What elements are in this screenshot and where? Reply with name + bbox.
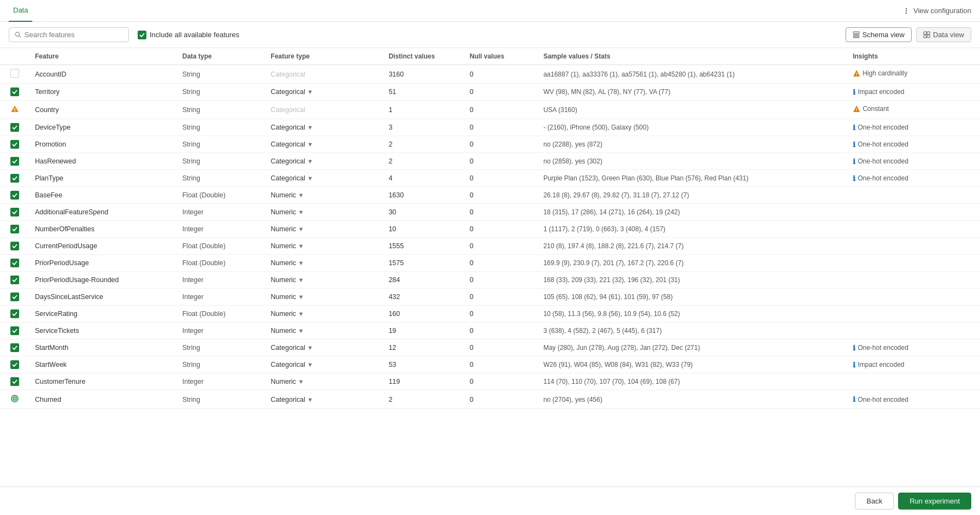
search-input[interactable]: [25, 31, 123, 39]
row-checkbox-checked[interactable]: [10, 174, 19, 183]
insight-text: One-hot encoded: [858, 396, 908, 403]
td-featuretype[interactable]: Categorical: [265, 65, 383, 84]
td-insights: ℹ Impact encoded: [847, 84, 980, 101]
row-checkbox-empty[interactable]: [10, 69, 19, 78]
chevron-down-icon: ▼: [298, 226, 304, 232]
row-checkbox-checked[interactable]: [10, 242, 19, 250]
td-datatype: Integer: [177, 221, 265, 238]
td-featuretype[interactable]: Categorical ▼: [265, 84, 383, 101]
td-featuretype[interactable]: Categorical ▼: [265, 136, 383, 153]
chevron-down-icon: ▼: [298, 311, 304, 317]
td-datatype: String: [177, 84, 265, 101]
td-featuretype[interactable]: Categorical ▼: [265, 340, 383, 356]
schema-view-button[interactable]: Schema view: [846, 27, 912, 42]
svg-rect-7: [853, 37, 859, 38]
table-row: Churned String Categorical ▼ 2 0 no (270…: [0, 390, 980, 409]
insight-badge: ℹ One-hot encoded: [853, 395, 908, 403]
td-sample: no (2858), yes (302): [538, 153, 848, 170]
data-view-label: Data view: [933, 31, 964, 39]
chevron-down-icon: ▼: [298, 378, 304, 385]
insight-text: One-hot encoded: [858, 141, 908, 148]
row-checkbox-checked[interactable]: [10, 343, 19, 352]
toolbar: Include all available features Schema vi…: [0, 22, 980, 48]
td-featuretype[interactable]: Numeric ▼: [265, 238, 383, 255]
td-sample: no (2288), yes (872): [538, 136, 848, 153]
row-checkbox-checked[interactable]: [10, 140, 19, 149]
insight-badge: ℹ One-hot encoded: [853, 174, 908, 183]
chevron-down-icon: ▼: [307, 124, 313, 131]
th-distinct: Distinct values: [383, 48, 464, 65]
toolbar-left: Include all available features: [9, 27, 239, 42]
td-datatype: String: [177, 390, 265, 409]
row-checkbox-target[interactable]: [10, 394, 19, 403]
row-checkbox-checked[interactable]: [10, 191, 19, 200]
row-checkbox-checked[interactable]: [10, 276, 19, 284]
td-featuretype[interactable]: Numeric ▼: [265, 187, 383, 204]
back-button[interactable]: Back: [855, 493, 894, 498]
row-checkbox-checked[interactable]: [10, 157, 19, 166]
td-checkbox: [0, 289, 29, 306]
row-checkbox-checked[interactable]: [10, 377, 19, 386]
td-featuretype[interactable]: Categorical ▼: [265, 119, 383, 136]
include-all-features[interactable]: Include all available features: [138, 31, 239, 39]
td-featuretype[interactable]: Numeric ▼: [265, 221, 383, 238]
td-featuretype[interactable]: Numeric ▼: [265, 204, 383, 221]
td-null: 0: [464, 340, 538, 356]
svg-text:!: !: [14, 107, 15, 113]
td-insights: ℹ One-hot encoded: [847, 340, 980, 356]
table-row: CurrentPeriodUsage Float (Double) Numeri…: [0, 238, 980, 255]
td-sample: May (280), Jun (278), Aug (278), Jan (27…: [538, 340, 848, 356]
td-featuretype[interactable]: Numeric ▼: [265, 323, 383, 340]
th-feature: Feature: [29, 48, 177, 65]
view-config-label: View configuration: [913, 7, 971, 15]
td-feature: CustomerTenure: [29, 373, 177, 390]
chevron-down-icon: ▼: [298, 277, 304, 283]
td-featuretype[interactable]: Categorical ▼: [265, 390, 383, 409]
insight-badge: ! High cardinality: [853, 69, 907, 77]
row-checkbox-checked[interactable]: [10, 360, 19, 369]
td-featuretype[interactable]: Numeric ▼: [265, 306, 383, 323]
include-label: Include all available features: [150, 31, 239, 39]
td-distinct: 160: [383, 306, 464, 323]
row-checkbox-checked[interactable]: [10, 123, 19, 132]
td-featuretype[interactable]: Numeric ▼: [265, 272, 383, 289]
data-view-button[interactable]: Data view: [916, 27, 971, 42]
td-distinct: 2: [383, 153, 464, 170]
row-checkbox-checked[interactable]: [10, 208, 19, 216]
td-featuretype[interactable]: Numeric ▼: [265, 373, 383, 390]
td-insights: ℹ One-hot encoded: [847, 119, 980, 136]
td-feature: StartMonth: [29, 340, 177, 356]
row-checkbox-checked[interactable]: [10, 225, 19, 233]
row-checkbox-checked[interactable]: [10, 87, 19, 96]
data-view-icon: [923, 31, 930, 38]
td-distinct: 2: [383, 136, 464, 153]
td-null: 0: [464, 119, 538, 136]
view-configuration-button[interactable]: View configuration: [902, 7, 971, 15]
td-null: 0: [464, 170, 538, 187]
td-featuretype[interactable]: Categorical ▼: [265, 153, 383, 170]
row-checkbox-checked[interactable]: [10, 326, 19, 335]
table-row: StartWeek String Categorical ▼ 53 0 W26 …: [0, 356, 980, 373]
td-checkbox: [0, 323, 29, 340]
td-distinct: 12: [383, 340, 464, 356]
table-row: BaseFee Float (Double) Numeric ▼ 1630 0 …: [0, 187, 980, 204]
td-featuretype[interactable]: Categorical: [265, 101, 383, 119]
tab-data[interactable]: Data: [9, 0, 32, 22]
search-box[interactable]: [9, 27, 129, 42]
row-checkbox-checked[interactable]: [10, 309, 19, 318]
svg-rect-11: [927, 35, 930, 38]
td-sample: no (2704), yes (456): [538, 390, 848, 409]
bottom-bar: Back Run experiment: [0, 487, 980, 498]
td-featuretype[interactable]: Numeric ▼: [265, 289, 383, 306]
row-checkbox-checked[interactable]: [10, 292, 19, 301]
row-checkbox-checked[interactable]: [10, 259, 19, 267]
run-experiment-button[interactable]: Run experiment: [898, 493, 971, 498]
td-distinct: 30: [383, 204, 464, 221]
td-featuretype[interactable]: Categorical ▼: [265, 170, 383, 187]
td-null: 0: [464, 356, 538, 373]
row-checkbox-warn[interactable]: !: [10, 104, 19, 113]
td-featuretype[interactable]: Numeric ▼: [265, 255, 383, 272]
svg-point-0: [906, 10, 907, 11]
table-row: ServiceTickets Integer Numeric ▼ 19 0 3 …: [0, 323, 980, 340]
td-featuretype[interactable]: Categorical ▼: [265, 356, 383, 373]
